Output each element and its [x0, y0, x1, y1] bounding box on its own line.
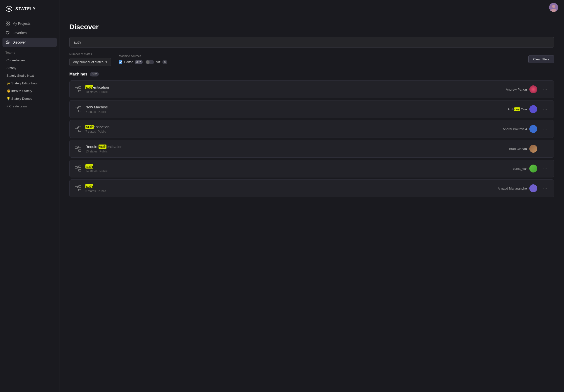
svg-rect-3	[6, 24, 7, 25]
svg-point-7	[552, 5, 555, 8]
machine-more-button[interactable]: ···	[541, 106, 549, 113]
machine-card-2[interactable]: New Machine7 statesPublicAnthony Onu···	[69, 100, 554, 118]
machine-owner: Arnaud Manaranche	[498, 184, 537, 192]
teams-section-title: Teams	[0, 47, 59, 56]
sidebar-item-favorites[interactable]: Favorites	[2, 28, 57, 38]
projects-icon	[5, 21, 10, 26]
avatar-image	[549, 3, 558, 12]
machine-visibility: Public	[98, 110, 106, 114]
user-avatar[interactable]	[549, 3, 558, 12]
machine-state-icon	[75, 165, 81, 172]
svg-rect-19	[75, 127, 77, 129]
machine-state-icon	[75, 185, 81, 192]
machine-more-button[interactable]: ···	[541, 185, 549, 192]
sidebar-item-my-projects[interactable]: My Projects	[2, 19, 57, 28]
main-content: Discover Number of states Any number of …	[59, 0, 564, 392]
svg-line-18	[77, 108, 78, 111]
app-name: STATELY	[15, 7, 36, 11]
svg-point-0	[8, 8, 10, 10]
sidebar-nav: My Projects Favorites Discover	[0, 19, 59, 47]
machine-states: 14 states	[85, 170, 98, 173]
machine-more-button[interactable]: ···	[541, 145, 549, 152]
owner-highlight: ony	[514, 107, 520, 111]
number-of-states-filter: Number of states Any number of states ▾	[69, 52, 111, 66]
name-text: entication	[106, 145, 122, 149]
search-highlight: auth	[85, 85, 93, 89]
svg-line-13	[77, 88, 78, 91]
machine-visibility: Public	[100, 170, 108, 173]
create-team-button[interactable]: + Create team	[1, 102, 58, 110]
owner-name: Brad Clonan	[509, 147, 527, 151]
machine-name: auth	[85, 164, 509, 169]
svg-rect-9	[75, 87, 77, 89]
machine-name: New Machine	[85, 105, 504, 109]
svg-rect-1	[6, 22, 7, 23]
svg-rect-16	[78, 110, 81, 112]
chevron-down-icon: ▾	[105, 60, 107, 64]
svg-rect-31	[78, 170, 81, 171]
stately-demos-label: 💡 Stately Demos	[6, 97, 32, 100]
svg-rect-34	[75, 186, 77, 188]
svg-rect-30	[78, 166, 81, 168]
sidebar-item-stately[interactable]: Stately	[1, 64, 58, 72]
number-of-states-dropdown[interactable]: Any number of states ▾	[69, 58, 111, 66]
machine-visibility: Public	[100, 150, 108, 153]
editor-checkbox[interactable]	[119, 60, 122, 64]
viz-checkbox-group[interactable]: Viz 0	[146, 60, 167, 64]
machine-name: authentication	[85, 85, 502, 89]
machine-card-3[interactable]: Authentication7 statesPublicAndrei Pokro…	[69, 120, 554, 138]
owner-name: Arnaud Manaranche	[498, 187, 527, 190]
sidebar-item-stately-demos[interactable]: 💡 Stately Demos	[1, 95, 58, 102]
search-input[interactable]	[69, 37, 554, 48]
machine-visibility: Public	[98, 130, 106, 133]
editor-checkbox-group[interactable]: Editor 602	[119, 60, 143, 64]
machine-meta: 7 statesPublic	[85, 110, 504, 114]
machine-sources-controls: Editor 602 Viz 0	[119, 60, 167, 64]
machines-count-badge: 602	[90, 72, 99, 76]
clear-filters-button[interactable]: Clear filters	[528, 55, 554, 63]
machine-name: auth	[85, 184, 494, 188]
machine-more-button[interactable]: ···	[541, 86, 549, 93]
sidebar-item-copenhagen[interactable]: Copenhagen	[1, 56, 58, 64]
machine-owner: Anthony Onu	[508, 105, 537, 113]
machine-card-4[interactable]: Require Authentication13 statesPublicBra…	[69, 140, 554, 158]
svg-rect-2	[8, 22, 9, 23]
machine-name: Require Authentication	[85, 145, 505, 149]
svg-rect-11	[78, 90, 81, 92]
sidebar-item-stately-studio-next[interactable]: Stately Studio Next	[1, 72, 58, 79]
machine-sources-filter: Machine sources Editor 602 Viz 0	[119, 54, 167, 64]
machine-card-6[interactable]: auth6 statesPublicArnaud Manaranche···	[69, 179, 554, 197]
machine-sources-label: Machine sources	[119, 54, 167, 58]
machine-owner: Brad Clonan	[509, 145, 537, 153]
sidebar-item-intro-to-stately[interactable]: 👋 Intro to Stately...	[1, 87, 58, 95]
owner-avatar	[529, 184, 537, 192]
search-highlight: auth	[85, 184, 93, 188]
number-of-states-controls: Any number of states ▾	[69, 58, 111, 66]
svg-rect-24	[75, 147, 77, 148]
search-highlight: Auth	[85, 125, 94, 129]
machines-header: Machines 602	[69, 72, 554, 76]
editor-label: Editor	[124, 60, 133, 64]
machine-more-button[interactable]: ···	[541, 165, 549, 172]
name-text: entication	[94, 125, 109, 129]
logo[interactable]: STATELY	[0, 0, 59, 19]
machine-state-icon	[75, 125, 81, 132]
machine-owner: const_var	[513, 165, 537, 172]
owner-avatar	[529, 145, 537, 153]
owner-avatar	[529, 165, 537, 172]
sidebar-item-discover[interactable]: Discover	[2, 38, 57, 47]
name-text: entication	[93, 85, 109, 89]
sidebar-item-stately-editor-hour[interactable]: ✨ Stately Editor hour...	[1, 79, 58, 87]
svg-rect-10	[78, 87, 81, 88]
svg-rect-35	[78, 186, 81, 187]
machine-meta: 6 statesPublic	[85, 189, 494, 193]
intro-to-stately-label: 👋 Intro to Stately...	[6, 89, 34, 93]
machine-card-5[interactable]: auth14 statesPublicconst_var···	[69, 160, 554, 177]
owner-avatar	[529, 105, 537, 113]
stately-label: Stately	[6, 66, 16, 70]
viz-toggle[interactable]	[146, 60, 154, 64]
machine-card-1[interactable]: authentication10 statesPublicAndrew Patt…	[69, 80, 554, 98]
machine-more-button[interactable]: ···	[541, 125, 549, 133]
machine-state-icon	[75, 86, 81, 93]
viz-label: Viz	[156, 60, 160, 64]
